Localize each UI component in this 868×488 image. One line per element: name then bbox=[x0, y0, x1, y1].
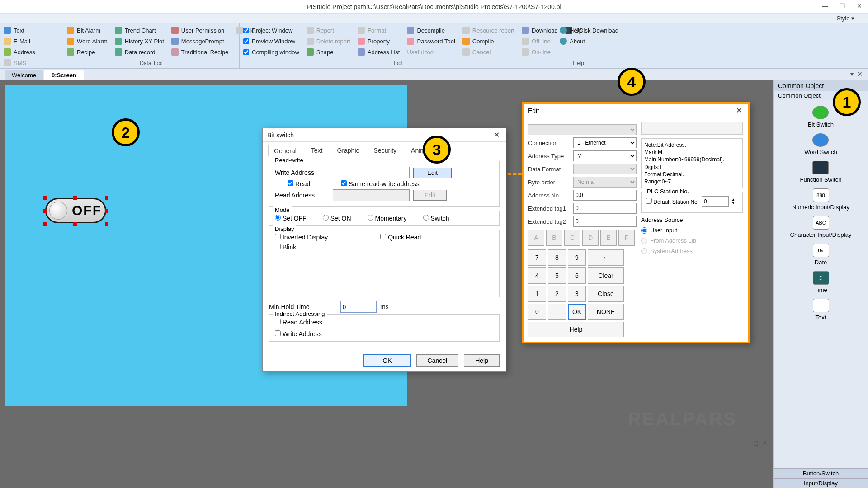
ribbon-compiling-window[interactable]: Compiling window bbox=[243, 47, 299, 57]
obj-bit-switch[interactable]: Bit Switch bbox=[808, 106, 834, 128]
default-station-checkbox[interactable]: Default Station No. bbox=[646, 198, 699, 205]
kp-help[interactable]: Help bbox=[528, 322, 624, 337]
ribbon-about[interactable]: About bbox=[560, 36, 597, 46]
selection-handle[interactable] bbox=[73, 196, 77, 200]
ribbon-bit-alarm[interactable]: Bit Alarm bbox=[67, 25, 108, 35]
ok-button[interactable]: OK bbox=[363, 354, 410, 367]
write-address-edit-button[interactable]: Edit bbox=[413, 168, 452, 178]
selection-handle[interactable] bbox=[73, 222, 77, 226]
dlg-tab-security[interactable]: Security bbox=[368, 145, 403, 156]
ribbon-trend-chart[interactable]: Trend Chart bbox=[115, 25, 164, 35]
kp-clear[interactable]: Clear bbox=[588, 267, 624, 284]
ribbon-help[interactable]: Help bbox=[560, 25, 597, 35]
address-no-input[interactable] bbox=[573, 190, 637, 201]
kp-7[interactable]: 7 bbox=[528, 249, 546, 266]
kp-9[interactable]: 9 bbox=[568, 249, 586, 266]
selection-handle[interactable] bbox=[105, 222, 108, 226]
selection-handle[interactable] bbox=[43, 222, 47, 226]
ribbon-traditional-recipe[interactable]: Traditional Recipe bbox=[171, 47, 228, 57]
close-icon[interactable]: ✕ bbox=[491, 130, 501, 140]
placed-bit-switch[interactable]: OFF bbox=[45, 198, 106, 223]
ribbon-useful-tool[interactable]: Useful tool bbox=[407, 47, 455, 57]
ribbon-preview-window[interactable]: Preview Window bbox=[243, 36, 299, 46]
same-rw-checkbox[interactable]: Same read-write address bbox=[341, 180, 419, 188]
obj-time[interactable]: ⏱Time bbox=[813, 271, 829, 293]
kp-dot[interactable]: . bbox=[548, 304, 566, 320]
ribbon-property[interactable]: Property bbox=[358, 36, 400, 46]
obj-text[interactable]: TText bbox=[813, 299, 829, 321]
quick-read-checkbox[interactable]: Quick Read bbox=[380, 234, 421, 241]
kp-8[interactable]: 8 bbox=[548, 249, 566, 266]
tab-screen[interactable]: 0:Screen bbox=[44, 70, 84, 80]
kp-3[interactable]: 3 bbox=[568, 286, 586, 302]
tabs-dropdown-icon[interactable]: ▾ bbox=[850, 70, 854, 78]
ribbon-password-tool[interactable]: Password Tool bbox=[407, 36, 455, 46]
min-hold-input[interactable] bbox=[340, 301, 377, 313]
ribbon-word-alarm[interactable]: Word Alarm bbox=[67, 36, 108, 46]
panel-tab-button-switch[interactable]: Button/Switch bbox=[774, 468, 868, 478]
indirect-read-checkbox[interactable]: Read Address bbox=[275, 319, 322, 326]
ribbon-shape[interactable]: Shape bbox=[307, 47, 350, 57]
dlg-tab-graphic[interactable]: Graphic bbox=[331, 145, 365, 156]
obj-date[interactable]: 09Date bbox=[813, 244, 829, 266]
ribbon-message-prompt[interactable]: MessagePrompt bbox=[171, 36, 228, 46]
minimize-icon[interactable]: — bbox=[821, 2, 829, 10]
kp-backspace[interactable]: ← bbox=[588, 249, 624, 266]
tab-welcome[interactable]: Welcome bbox=[5, 70, 43, 80]
ribbon-text[interactable]: Text bbox=[4, 25, 59, 35]
kp-ok[interactable]: OK bbox=[568, 304, 586, 320]
write-address-input[interactable] bbox=[333, 167, 410, 178]
connection-select[interactable]: 1 - Ethernet bbox=[573, 137, 637, 148]
kp-6[interactable]: 6 bbox=[568, 267, 586, 284]
spinner-icon[interactable]: ▲▼ bbox=[731, 198, 735, 205]
obj-character-input[interactable]: ABCCharacter Input/Display bbox=[790, 216, 852, 238]
inverted-display-checkbox[interactable]: Inverted Display bbox=[275, 234, 328, 241]
kp-5[interactable]: 5 bbox=[548, 267, 566, 284]
selection-handle[interactable] bbox=[43, 196, 47, 200]
kp-0[interactable]: 0 bbox=[528, 304, 546, 320]
kp-close[interactable]: Close bbox=[588, 286, 624, 302]
read-checkbox[interactable]: Read bbox=[288, 180, 310, 188]
selection-handle[interactable] bbox=[105, 209, 108, 213]
src-user-input[interactable]: User Input bbox=[641, 227, 743, 234]
close-icon[interactable]: ✕ bbox=[855, 2, 863, 10]
indirect-write-checkbox[interactable]: Write Address bbox=[275, 330, 322, 338]
ribbon-recipe[interactable]: Recipe bbox=[67, 47, 108, 57]
mode-momentary[interactable]: Momentary bbox=[368, 215, 407, 222]
obj-word-switch[interactable]: Word Switch bbox=[804, 133, 837, 155]
obj-function-switch[interactable]: Function Switch bbox=[800, 161, 842, 183]
panel-restore-icon[interactable]: ◻ bbox=[753, 439, 759, 446]
ext-tag1-input[interactable] bbox=[573, 203, 637, 214]
ribbon-download[interactable]: Download bbox=[522, 25, 558, 35]
mode-switch[interactable]: Switch bbox=[423, 215, 449, 222]
ribbon-address-list[interactable]: Address List bbox=[358, 47, 400, 57]
cancel-button[interactable]: Cancel bbox=[416, 354, 459, 367]
ribbon-data-record[interactable]: Data record bbox=[115, 47, 164, 57]
mode-set-on[interactable]: Set ON bbox=[323, 215, 351, 222]
ribbon-user-permission[interactable]: User Permission bbox=[171, 25, 228, 35]
ribbon-history-xy[interactable]: History XY Plot bbox=[115, 36, 164, 46]
blink-checkbox[interactable]: Blink bbox=[275, 244, 296, 251]
obj-numeric-input[interactable]: 888Numeric Input/Display bbox=[792, 188, 849, 211]
dlg-tab-text[interactable]: Text bbox=[305, 145, 329, 156]
help-button[interactable]: Help bbox=[464, 354, 500, 367]
ribbon-compile[interactable]: Compile bbox=[462, 36, 514, 46]
style-dropdown[interactable]: Style bbox=[836, 15, 849, 22]
close-icon[interactable]: ✕ bbox=[734, 106, 744, 116]
ribbon-address[interactable]: Address bbox=[4, 47, 59, 57]
station-no-input[interactable] bbox=[702, 196, 729, 207]
address-type-select[interactable]: M bbox=[573, 150, 637, 161]
maximize-icon[interactable]: ☐ bbox=[838, 2, 846, 10]
ribbon-project-window[interactable]: Project Window bbox=[243, 25, 299, 35]
kp-2[interactable]: 2 bbox=[548, 286, 566, 302]
dlg-tab-general[interactable]: General bbox=[268, 145, 302, 156]
panel-close-icon[interactable]: ✕ bbox=[762, 439, 768, 446]
kp-1[interactable]: 1 bbox=[528, 286, 546, 302]
ribbon-email[interactable]: E-Mail bbox=[4, 36, 59, 46]
ext-tag2-input[interactable] bbox=[573, 216, 637, 227]
mode-set-off[interactable]: Set OFF bbox=[275, 215, 307, 222]
tabs-close-icon[interactable]: ✕ bbox=[857, 70, 863, 78]
kp-none[interactable]: NONE bbox=[588, 304, 624, 320]
kp-4[interactable]: 4 bbox=[528, 267, 546, 284]
selection-handle[interactable] bbox=[105, 196, 108, 200]
